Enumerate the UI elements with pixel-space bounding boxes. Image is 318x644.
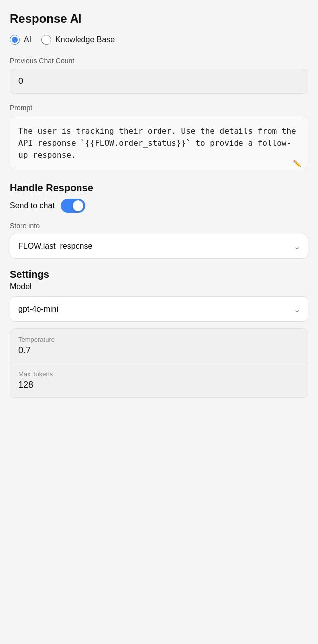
store-into-label: Store into bbox=[10, 222, 308, 230]
page-title: Response AI bbox=[10, 12, 308, 26]
radio-ai-input[interactable] bbox=[10, 35, 20, 45]
handle-response-section: Handle Response Send to chat Store into … bbox=[10, 182, 308, 259]
max-tokens-label: Max Tokens bbox=[18, 370, 300, 378]
settings-section: Settings Model gpt-4o-mini gpt-4o gpt-3.… bbox=[10, 269, 308, 398]
temperature-row: Temperature 0.7 bbox=[10, 329, 308, 363]
edit-icon: ✏️ bbox=[293, 160, 301, 167]
previous-chat-count-input[interactable] bbox=[10, 69, 308, 94]
radio-knowledge-base-label: Knowledge Base bbox=[55, 35, 115, 44]
previous-chat-count-label: Previous Chat Count bbox=[10, 57, 308, 65]
prompt-section: Prompt The user is tracking their order.… bbox=[10, 104, 308, 172]
settings-heading: Settings bbox=[10, 269, 308, 280]
mode-radio-group: AI Knowledge Base bbox=[10, 35, 308, 45]
store-into-section: Store into FLOW.last_response ⌄ bbox=[10, 222, 308, 259]
prompt-label: Prompt bbox=[10, 104, 308, 112]
temperature-value: 0.7 bbox=[18, 345, 31, 355]
radio-ai[interactable]: AI bbox=[10, 35, 31, 45]
prompt-textarea[interactable]: The user is tracking their order. Use th… bbox=[10, 116, 308, 170]
toggle-slider bbox=[61, 199, 85, 213]
settings-box: Temperature 0.7 Max Tokens 128 bbox=[10, 328, 308, 398]
prompt-wrapper: The user is tracking their order. Use th… bbox=[10, 116, 308, 172]
model-select-wrapper: gpt-4o-mini gpt-4o gpt-3.5-turbo ⌄ bbox=[10, 296, 308, 322]
previous-chat-count-section: Previous Chat Count bbox=[10, 57, 308, 94]
send-to-chat-label: Send to chat bbox=[10, 201, 55, 210]
max-tokens-row: Max Tokens 128 bbox=[10, 363, 308, 397]
model-select[interactable]: gpt-4o-mini gpt-4o gpt-3.5-turbo bbox=[10, 296, 308, 322]
radio-ai-label: AI bbox=[24, 35, 31, 44]
store-into-wrapper: FLOW.last_response ⌄ bbox=[10, 234, 308, 259]
temperature-label: Temperature bbox=[18, 336, 300, 343]
send-to-chat-row: Send to chat bbox=[10, 199, 308, 213]
radio-knowledge-base-input[interactable] bbox=[41, 35, 51, 45]
store-into-select[interactable]: FLOW.last_response bbox=[10, 234, 308, 259]
send-to-chat-toggle[interactable] bbox=[61, 199, 85, 213]
model-label: Model bbox=[10, 282, 308, 291]
max-tokens-value: 128 bbox=[18, 380, 33, 390]
handle-response-heading: Handle Response bbox=[10, 182, 308, 194]
radio-knowledge-base[interactable]: Knowledge Base bbox=[41, 35, 115, 45]
